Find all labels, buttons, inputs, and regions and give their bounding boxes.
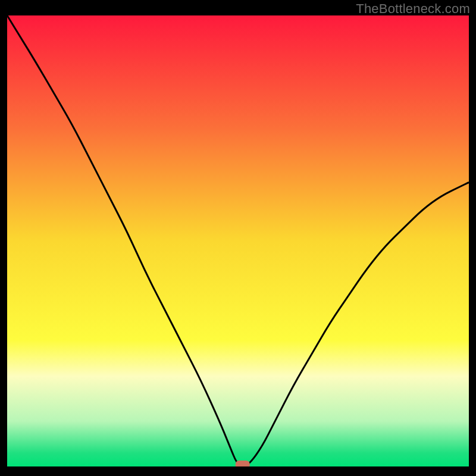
watermark-text: TheBottleneck.com <box>356 1 470 17</box>
optimum-marker <box>236 461 250 466</box>
gradient-background <box>7 15 469 466</box>
plot-area <box>7 15 469 466</box>
chart-frame: TheBottleneck.com <box>0 0 476 476</box>
chart-svg <box>7 15 469 466</box>
